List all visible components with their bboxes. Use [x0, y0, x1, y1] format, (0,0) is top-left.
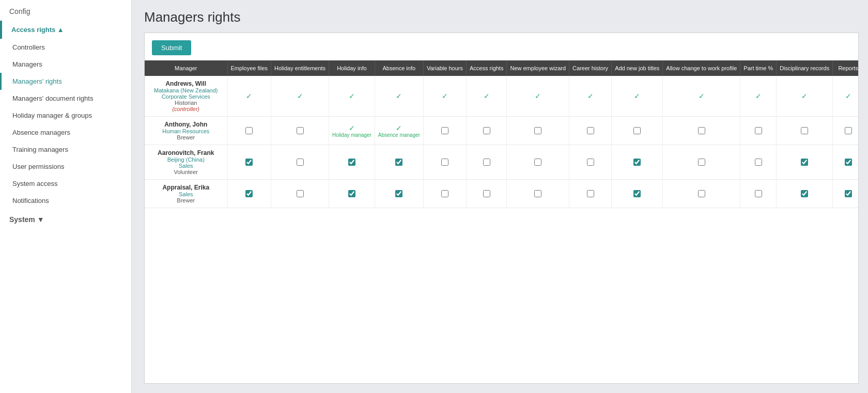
check-cell-0-6[interactable]: ✓ — [507, 76, 569, 117]
check-cell-3-10[interactable] — [740, 180, 777, 208]
check-cell-0-12[interactable]: ✓ — [833, 76, 858, 117]
check-cell-2-0[interactable] — [227, 145, 271, 180]
check-cell-1-6[interactable] — [507, 117, 569, 145]
rights-checkbox-2-12[interactable] — [845, 159, 852, 166]
rights-checkbox-3-5[interactable] — [483, 190, 490, 197]
rights-checkbox-2-0[interactable] — [245, 159, 253, 166]
check-cell-2-2[interactable] — [329, 145, 375, 180]
check-cell-2-5[interactable] — [467, 145, 507, 180]
rights-checkbox-1-8[interactable] — [633, 127, 641, 134]
rights-checkbox-1-4[interactable] — [441, 127, 448, 134]
sidebar-access-rights-header[interactable]: Access rights ▲ — [0, 21, 131, 39]
sidebar-item-managers[interactable]: Managers — [0, 56, 131, 73]
rights-checkbox-3-0[interactable] — [245, 190, 253, 197]
check-cell-3-11[interactable] — [777, 180, 833, 208]
rights-checkbox-2-2[interactable] — [348, 159, 355, 166]
check-cell-2-7[interactable] — [569, 145, 612, 180]
rights-checkbox-1-9[interactable] — [698, 127, 705, 134]
check-cell-2-12[interactable] — [833, 145, 858, 180]
sidebar-item-managers-rights[interactable]: Managers' rights — [0, 73, 131, 90]
rights-checkbox-3-12[interactable] — [845, 190, 852, 197]
sidebar-item-user-permissions[interactable]: User permissions — [0, 158, 131, 175]
rights-checkbox-1-12[interactable] — [845, 127, 852, 134]
rights-checkbox-2-5[interactable] — [483, 159, 490, 166]
check-cell-0-9[interactable]: ✓ — [663, 76, 740, 117]
check-cell-3-8[interactable] — [612, 180, 663, 208]
sidebar-item-training-managers[interactable]: Training managers — [0, 141, 131, 158]
check-cell-1-11[interactable] — [777, 117, 833, 145]
check-cell-2-6[interactable] — [507, 145, 569, 180]
rights-checkbox-2-8[interactable] — [633, 159, 641, 166]
rights-checkbox-3-3[interactable] — [395, 190, 402, 197]
rights-checkbox-3-4[interactable] — [441, 190, 448, 197]
rights-checkbox-1-7[interactable] — [587, 127, 594, 134]
check-cell-0-8[interactable]: ✓ — [612, 76, 663, 117]
submit-button[interactable]: Submit — [152, 40, 191, 55]
rights-checkbox-2-6[interactable] — [534, 159, 541, 166]
check-cell-2-8[interactable] — [612, 145, 663, 180]
rights-checkbox-3-1[interactable] — [297, 190, 304, 197]
rights-checkbox-3-9[interactable] — [698, 190, 705, 197]
rights-checkbox-3-6[interactable] — [534, 190, 541, 197]
check-cell-3-0[interactable] — [227, 180, 271, 208]
rights-checkbox-2-10[interactable] — [755, 159, 762, 166]
check-cell-0-10[interactable]: ✓ — [740, 76, 777, 117]
check-cell-0-5[interactable]: ✓ — [467, 76, 507, 117]
check-cell-3-7[interactable] — [569, 180, 612, 208]
check-cell-2-1[interactable] — [271, 145, 329, 180]
rights-checkbox-2-7[interactable] — [587, 159, 594, 166]
sidebar-item-managers-document-rights[interactable]: Managers' document rights — [0, 90, 131, 107]
check-cell-0-1[interactable]: ✓ — [271, 76, 329, 117]
sidebar-item-notifications[interactable]: Notifications — [0, 192, 131, 209]
rights-checkbox-1-1[interactable] — [297, 127, 304, 134]
check-cell-2-10[interactable] — [740, 145, 777, 180]
check-cell-0-2[interactable]: ✓ — [329, 76, 375, 117]
check-cell-1-9[interactable] — [663, 117, 740, 145]
check-cell-3-4[interactable] — [423, 180, 466, 208]
rights-checkbox-2-3[interactable] — [395, 159, 402, 166]
rights-checkbox-3-8[interactable] — [633, 190, 641, 197]
check-cell-0-4[interactable]: ✓ — [423, 76, 466, 117]
check-cell-2-11[interactable] — [777, 145, 833, 180]
check-cell-1-2[interactable]: ✓Holiday manager — [329, 117, 375, 145]
rights-checkbox-1-6[interactable] — [534, 127, 541, 134]
sidebar-item-holiday-manager-groups[interactable]: Holiday manager & groups — [0, 107, 131, 124]
rights-checkbox-1-10[interactable] — [755, 127, 762, 134]
table-wrapper[interactable]: ManagerEmployee filesHoliday entitlement… — [145, 60, 858, 383]
rights-checkbox-1-5[interactable] — [483, 127, 490, 134]
check-cell-3-12[interactable] — [833, 180, 858, 208]
rights-checkbox-3-10[interactable] — [755, 190, 762, 197]
check-cell-1-5[interactable] — [467, 117, 507, 145]
check-cell-3-5[interactable] — [467, 180, 507, 208]
sidebar-item-controllers[interactable]: Controllers — [0, 39, 131, 56]
check-cell-1-8[interactable] — [612, 117, 663, 145]
check-cell-3-2[interactable] — [329, 180, 375, 208]
rights-checkbox-2-11[interactable] — [801, 159, 808, 166]
check-cell-0-3[interactable]: ✓ — [375, 76, 423, 117]
check-cell-1-3[interactable]: ✓Absence manager — [375, 117, 423, 145]
rights-checkbox-1-0[interactable] — [245, 127, 253, 134]
check-cell-1-12[interactable] — [833, 117, 858, 145]
check-cell-0-7[interactable]: ✓ — [569, 76, 612, 117]
rights-checkbox-3-2[interactable] — [348, 190, 355, 197]
rights-checkbox-2-4[interactable] — [441, 159, 448, 166]
check-cell-2-3[interactable] — [375, 145, 423, 180]
check-cell-2-9[interactable] — [663, 145, 740, 180]
check-cell-0-11[interactable]: ✓ — [777, 76, 833, 117]
check-cell-1-7[interactable] — [569, 117, 612, 145]
check-cell-0-0[interactable]: ✓ — [227, 76, 271, 117]
check-cell-3-9[interactable] — [663, 180, 740, 208]
check-cell-3-1[interactable] — [271, 180, 329, 208]
sidebar-item-absence-managers[interactable]: Absence managers — [0, 124, 131, 141]
check-cell-1-4[interactable] — [423, 117, 466, 145]
check-cell-3-6[interactable] — [507, 180, 569, 208]
sidebar-system-label[interactable]: System ▼ — [0, 209, 131, 230]
rights-checkbox-1-11[interactable] — [801, 127, 808, 134]
check-cell-1-1[interactable] — [271, 117, 329, 145]
sidebar-item-system-access[interactable]: System access — [0, 175, 131, 192]
check-cell-3-3[interactable] — [375, 180, 423, 208]
check-cell-1-0[interactable] — [227, 117, 271, 145]
rights-checkbox-2-9[interactable] — [698, 159, 705, 166]
check-cell-2-4[interactable] — [423, 145, 466, 180]
check-cell-1-10[interactable] — [740, 117, 777, 145]
